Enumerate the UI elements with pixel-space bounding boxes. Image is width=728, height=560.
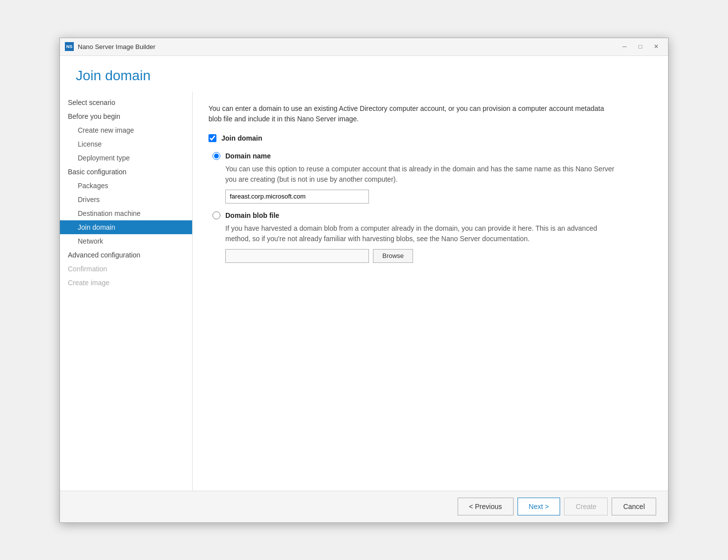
- domain-name-option: Domain name You can use this option to r…: [212, 152, 652, 204]
- sidebar-item-destination-machine[interactable]: Destination machine: [60, 206, 192, 220]
- sidebar-item-basic-configuration[interactable]: Basic configuration: [60, 165, 192, 179]
- sidebar-item-advanced-configuration[interactable]: Advanced configuration: [60, 248, 192, 262]
- sidebar-item-before-you-begin[interactable]: Before you begin: [60, 109, 192, 123]
- sidebar-item-create-image: Create image: [60, 276, 192, 290]
- sidebar-item-network[interactable]: Network: [60, 234, 192, 248]
- previous-button[interactable]: < Previous: [458, 498, 514, 515]
- close-button[interactable]: ✕: [649, 41, 663, 52]
- domain-name-radio-row: Domain name: [212, 152, 652, 160]
- main-window: NS Nano Server Image Builder ─ □ ✕ Join …: [59, 38, 669, 523]
- domain-name-input[interactable]: [225, 190, 369, 204]
- main-content: You can enter a domain to use an existin…: [193, 92, 668, 491]
- page-header: Join domain: [60, 56, 668, 92]
- join-domain-label[interactable]: Join domain: [221, 134, 262, 142]
- join-domain-checkbox[interactable]: [208, 134, 216, 142]
- page-description: You can enter a domain to use an existin…: [208, 103, 615, 124]
- blob-input-row: Browse: [225, 249, 652, 263]
- page-title: Join domain: [76, 68, 652, 84]
- sidebar-item-license[interactable]: License: [60, 137, 192, 151]
- sidebar: Select scenario Before you begin Create …: [60, 92, 193, 491]
- blob-file-input[interactable]: [225, 249, 369, 263]
- titlebar: NS Nano Server Image Builder ─ □ ✕: [60, 38, 668, 56]
- footer: < Previous Next > Create Cancel: [60, 491, 668, 522]
- domain-name-description: You can use this option to reuse a compu…: [225, 164, 622, 185]
- sidebar-item-packages[interactable]: Packages: [60, 179, 192, 193]
- sidebar-item-drivers[interactable]: Drivers: [60, 193, 192, 206]
- cancel-button[interactable]: Cancel: [612, 498, 656, 515]
- domain-name-radio-label[interactable]: Domain name: [225, 152, 271, 160]
- sidebar-item-confirmation: Confirmation: [60, 262, 192, 276]
- sidebar-item-deployment-type[interactable]: Deployment type: [60, 151, 192, 165]
- domain-name-radio[interactable]: [212, 152, 220, 160]
- sidebar-item-create-new-image[interactable]: Create new image: [60, 123, 192, 137]
- domain-blob-radio-label[interactable]: Domain blob file: [225, 211, 279, 219]
- domain-blob-option: Domain blob file If you have harvested a…: [212, 211, 652, 263]
- domain-blob-description: If you have harvested a domain blob from…: [225, 223, 622, 244]
- create-button[interactable]: Create: [564, 498, 608, 515]
- maximize-button[interactable]: □: [633, 41, 647, 52]
- domain-blob-radio-row: Domain blob file: [212, 211, 652, 219]
- next-button[interactable]: Next >: [518, 498, 561, 515]
- app-icon: NS: [65, 42, 74, 51]
- content-area: Join domain Select scenario Before you b…: [60, 56, 668, 491]
- main-body: Select scenario Before you begin Create …: [60, 92, 668, 491]
- domain-blob-radio[interactable]: [212, 211, 220, 219]
- window-title: Nano Server Image Builder: [78, 43, 618, 51]
- window-controls: ─ □ ✕: [618, 41, 663, 52]
- sidebar-item-join-domain[interactable]: Join domain: [60, 220, 192, 234]
- browse-button[interactable]: Browse: [373, 249, 413, 263]
- minimize-button[interactable]: ─: [618, 41, 631, 52]
- sidebar-item-select-scenario[interactable]: Select scenario: [60, 96, 192, 109]
- join-domain-row: Join domain: [208, 134, 652, 142]
